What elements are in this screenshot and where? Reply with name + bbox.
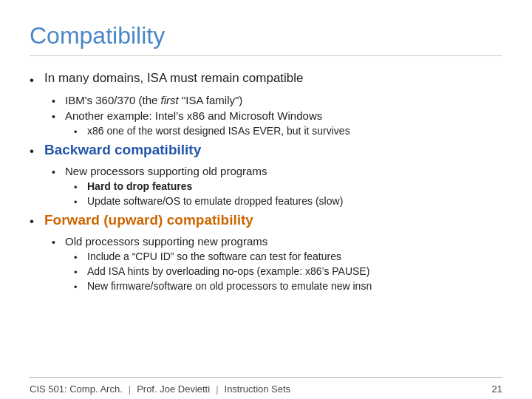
bullet-dot: • — [30, 73, 44, 88]
bullet-dot: • — [74, 182, 87, 193]
bullet-dot: • — [74, 267, 87, 278]
section1-l2a-text: IBM's 360/370 (the first "ISA family") — [65, 94, 242, 106]
bullet-dot: • — [30, 214, 44, 229]
section1-l3a-text: x86 one of the worst designed ISAs EVER,… — [87, 125, 350, 137]
bullet-l2-3a: • Old processors supporting new programs — [52, 235, 502, 248]
section2-l3b-text: Update software/OS to emulate dropped fe… — [87, 195, 343, 207]
italic-first: first — [161, 94, 179, 106]
bullet-l2-2a: • New processors supporting old programs — [52, 165, 502, 178]
bullet-dot: • — [52, 236, 65, 248]
bullet-l3-2a: • Hard to drop features — [74, 180, 502, 193]
section-3: • Forward (upward) compatibility • Old p… — [30, 212, 502, 293]
bullet-dot: • — [52, 111, 65, 123]
footer-page: 21 — [492, 383, 502, 395]
section-1: • In many domains, ISA must remain compa… — [30, 71, 502, 137]
bullet-l3-3a: • Include a “CPU ID” so the software can… — [74, 250, 502, 263]
section3-l1-label: Forward (upward) compatibility — [44, 212, 253, 228]
footer-topic: Instruction Sets — [225, 383, 291, 395]
section-2: • Backward compatibility • New processor… — [30, 142, 502, 208]
section1-l2b-text: Another example: Intel’s x86 and Microso… — [65, 109, 322, 122]
slide-footer: CIS 501: Comp. Arch. | Prof. Joe Deviett… — [30, 377, 502, 399]
section2-l2a-text: New processors supporting old programs — [65, 165, 267, 177]
bullet-dot: • — [74, 197, 87, 208]
section2-l1-label: Backward compatibility — [44, 142, 201, 158]
bullet-l3-2b: • Update software/OS to emulate dropped … — [74, 195, 502, 208]
section3-l3b-text: Add ISA hints by overloading no-ops (exa… — [87, 265, 369, 277]
bullet-l2-1a: • IBM's 360/370 (the first "ISA family") — [52, 94, 502, 107]
bullet-dot: • — [74, 282, 87, 293]
slide-content: • In many domains, ISA must remain compa… — [30, 62, 502, 377]
bullet-l1-2: • Backward compatibility — [30, 142, 502, 159]
bullet-dot: • — [30, 144, 44, 159]
bullet-l3-3c: • New firmware/software on old processor… — [74, 280, 502, 293]
slide: Compatibility • In many domains, ISA mus… — [0, 0, 532, 399]
bullet-l1-3: • Forward (upward) compatibility — [30, 212, 502, 229]
footer-professor: Prof. Joe Devietti — [137, 383, 210, 395]
section3-l3a-text: Include a “CPU ID” so the software can t… — [87, 250, 341, 262]
bullet-dot: • — [74, 126, 87, 137]
footer-left: CIS 501: Comp. Arch. | Prof. Joe Deviett… — [30, 383, 290, 395]
section3-l3c-text: New firmware/software on old processors … — [87, 280, 372, 292]
footer-course: CIS 501: Comp. Arch. — [30, 383, 123, 395]
bullet-l3-3b: • Add ISA hints by overloading no-ops (e… — [74, 265, 502, 278]
footer-sep-2: | — [216, 383, 218, 395]
section2-l3a-text: Hard to drop features — [87, 180, 192, 192]
footer-sep-1: | — [129, 383, 131, 395]
bullet-dot: • — [74, 252, 87, 263]
bullet-l1-1: • In many domains, ISA must remain compa… — [30, 71, 502, 88]
bullet-dot: • — [52, 95, 65, 107]
bullet-dot: • — [52, 166, 65, 178]
bullet-l2-1b: • Another example: Intel’s x86 and Micro… — [52, 109, 502, 123]
bullet-l3-1a: • x86 one of the worst designed ISAs EVE… — [74, 125, 502, 137]
slide-title: Compatibility — [30, 22, 502, 56]
section3-l2a-text: Old processors supporting new programs — [65, 235, 267, 248]
section1-l1-text: In many domains, ISA must remain compati… — [44, 71, 304, 86]
